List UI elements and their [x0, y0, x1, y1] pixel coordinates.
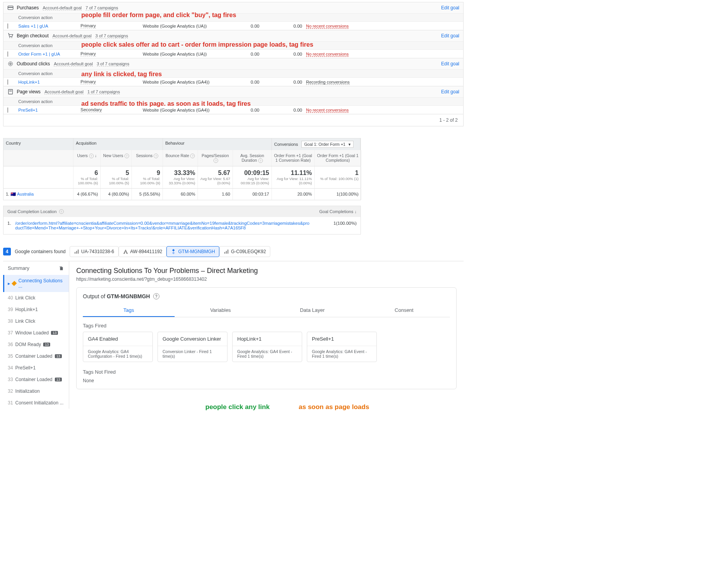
tab-consent[interactable]: Consent	[358, 304, 450, 317]
conversion-row[interactable]: Order Form +1 | gUA Primary Website (Goo…	[4, 49, 463, 58]
group-name: Begin checkout	[17, 33, 49, 38]
container-chip[interactable]: AW-894411192	[119, 246, 167, 257]
value1: 0.00	[220, 52, 263, 56]
optimization-label: Secondary	[80, 107, 102, 112]
col-asd[interactable]: Avg. Session Duration?	[233, 150, 272, 166]
edit-goal-link[interactable]: Edit goal	[441, 33, 459, 38]
svg-rect-11	[78, 250, 79, 254]
conversion-action-link[interactable]: HopLink+1	[18, 80, 80, 84]
conversion-action-link[interactable]: Sales +1 | gUA	[18, 24, 80, 28]
value2: 0.00	[263, 108, 306, 112]
svg-point-2	[9, 37, 10, 38]
status-label: No recent conversions	[306, 108, 348, 113]
col-goal-comp[interactable]: Order Form +1 (Goal 1 Completions)	[315, 150, 361, 166]
edit-goal-link[interactable]: Edit goal	[441, 89, 459, 94]
col-group-behaviour: Behaviour	[163, 138, 272, 150]
diamond-icon	[12, 281, 17, 286]
none-label: None	[83, 378, 450, 383]
group-page-views[interactable]: Page views Account-default goal 1 of 7 c…	[4, 86, 463, 97]
svg-point-5	[9, 62, 13, 66]
trash-icon[interactable]	[59, 266, 64, 271]
group-name: Purchases	[17, 5, 39, 10]
event-item[interactable]: 34PreSell+1	[3, 362, 69, 374]
col-goal-completions: Goal Completions	[319, 209, 353, 214]
event-item[interactable]: 38Link Click	[3, 315, 69, 327]
group-purchases[interactable]: Purchases Account-default goal 7 of 7 ca…	[4, 2, 463, 13]
page-title: Connecting Solutions To Your Problems – …	[76, 267, 457, 275]
col-goal-rate[interactable]: Order Form +1 (Goal 1 Conversion Rate)	[272, 150, 315, 166]
col-conversion-action: Conversion action	[18, 99, 80, 104]
country-row[interactable]: 1. 🇦🇺 Australia 4 (66.67%) 4 (80.00%) 5 …	[4, 188, 360, 200]
edit-goal-link[interactable]: Edit goal	[441, 61, 459, 66]
conversion-row[interactable]: Sales +1 | gUA Primary Website (Google A…	[4, 21, 463, 30]
col-conversion-action: Conversion action	[18, 15, 80, 20]
value1: 0.00	[220, 24, 263, 28]
page-url: https://marketing.conscientia.net/?gtm_d…	[76, 276, 457, 282]
col-sessions[interactable]: Sessions?	[132, 150, 163, 166]
tag-tile[interactable]: PreSell+1Google Analytics: GA4 Event - F…	[307, 332, 377, 362]
svg-rect-16	[228, 250, 228, 254]
country-link[interactable]: Australia	[17, 192, 34, 196]
event-item[interactable]: 36DOM Ready13	[3, 339, 69, 350]
container-chip[interactable]: UA-74310238-6	[70, 246, 119, 257]
tab-tags[interactable]: Tags	[83, 304, 175, 317]
event-item[interactable]: 39HopLink+1	[3, 304, 69, 315]
event-item[interactable]: 35Container Loaded13	[3, 350, 69, 362]
col-pps[interactable]: Pages/Session?	[198, 150, 233, 166]
group-meta: Account-default goal	[54, 61, 93, 66]
tag-assistant-panel: 4 Google containers found UA-74310238-6A…	[3, 246, 464, 409]
edit-goal-link[interactable]: Edit goal	[441, 5, 459, 10]
event-item[interactable]: 32Initialization	[3, 385, 69, 397]
ga-acquisition-table: Country Acquisition Behaviour Conversion…	[3, 138, 361, 200]
optimization-label: Primary	[80, 79, 96, 84]
svg-rect-14	[224, 252, 225, 254]
value1: 0.00	[220, 80, 263, 84]
group-meta: 3 of 7 campaigns	[95, 33, 128, 38]
containers-found-label: Google containers found	[15, 249, 66, 254]
tab-variables[interactable]: Variables	[175, 304, 266, 317]
tag-tile[interactable]: HopLink+1Google Analytics: GA4 Event - F…	[232, 332, 302, 362]
goal-selector-dropdown[interactable]: Goal 1: Order Form +1▾	[301, 141, 354, 148]
goal-completions-value: 1(100.00%)	[318, 221, 357, 230]
group-begin-checkout[interactable]: Begin checkout Account-default goal 3 of…	[4, 30, 463, 41]
flag-icon: 🇦🇺	[10, 192, 16, 196]
svg-point-3	[11, 37, 12, 38]
container-chip[interactable]: GTM-MGNBMGH	[166, 246, 219, 257]
row-checkbox[interactable]	[7, 79, 8, 85]
svg-rect-9	[75, 252, 75, 254]
col-users[interactable]: Users? ↓	[74, 150, 101, 166]
group-outbound-clicks[interactable]: Outbound clicks Account-default goal 3 o…	[4, 58, 463, 69]
summary-label[interactable]: Summary	[8, 265, 30, 271]
page-icon	[7, 89, 14, 95]
col-newusers[interactable]: New Users?	[101, 150, 132, 166]
source-label: Website (Google Analytics (GA4))	[143, 80, 220, 84]
row-checkbox[interactable]	[7, 23, 8, 29]
conversion-row[interactable]: PreSell+1 Secondary Website (Google Anal…	[4, 105, 463, 114]
click-icon	[7, 61, 14, 67]
event-item[interactable]: 37Window Loaded13	[3, 327, 69, 339]
value2: 0.00	[263, 80, 306, 84]
group-meta: Account-default goal	[43, 5, 82, 10]
group-meta: 1 of 7 campaigns	[88, 89, 120, 94]
tab-datalayer[interactable]: Data Layer	[266, 304, 358, 317]
conversion-row[interactable]: HopLink+1 Primary Website (Google Analyt…	[4, 77, 463, 86]
group-name: Outbound clicks	[17, 61, 50, 66]
tag-tile[interactable]: GA4 EnabledGoogle Analytics: GA4 Configu…	[83, 332, 153, 362]
event-item[interactable]: 33Container Loaded13	[3, 374, 69, 385]
goal-location-url[interactable]: /order/orderform.html?affiliate=cnscient…	[15, 221, 318, 230]
optimization-label: Primary	[80, 23, 96, 28]
col-bounce[interactable]: Bounce Rate?	[163, 150, 198, 166]
event-item[interactable]: 40Link Click	[3, 292, 69, 304]
event-item[interactable]: ▸Connecting Solutions ...	[3, 275, 69, 292]
column-header: Conversion action	[4, 41, 463, 49]
conversion-action-link[interactable]: Order Form +1 | gUA	[18, 52, 80, 56]
container-chip[interactable]: G-C09LEGQK92	[219, 246, 270, 257]
conversion-action-link[interactable]: PreSell+1	[18, 108, 80, 112]
tag-tile[interactable]: Google Conversion LinkerConversion Linke…	[158, 332, 228, 362]
row-checkbox[interactable]	[7, 51, 8, 57]
col-group-conversions: Conversions Goal 1: Order Form +1▾	[272, 138, 360, 150]
help-icon[interactable]: ?	[153, 293, 159, 299]
column-header: Conversion action	[4, 69, 463, 77]
row-checkbox[interactable]	[7, 107, 8, 113]
event-item[interactable]: 31Consent Initialization ...	[3, 397, 69, 409]
